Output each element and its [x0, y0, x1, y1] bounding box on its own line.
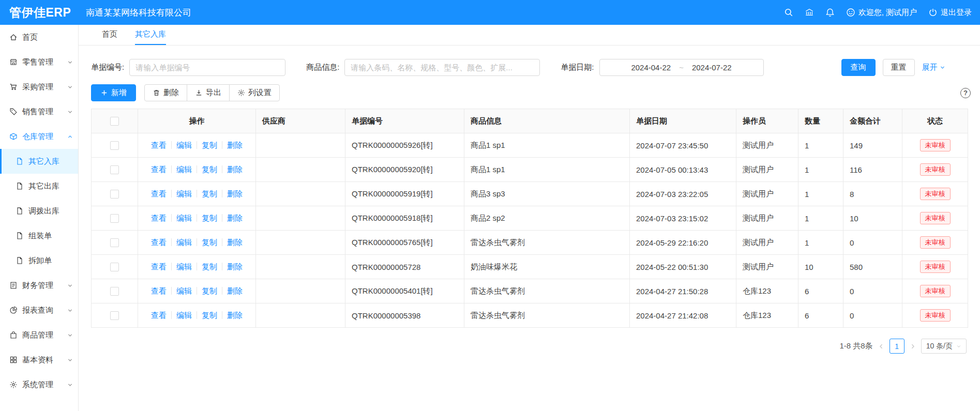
- date-to[interactable]: 2024-07-22: [692, 63, 732, 72]
- row-action-copy[interactable]: 复制: [202, 189, 217, 198]
- reset-button[interactable]: 重置: [883, 59, 915, 76]
- product-info-input[interactable]: [344, 59, 540, 76]
- status-badge: 未审核: [920, 139, 951, 151]
- row-action-edit[interactable]: 编辑: [176, 286, 192, 295]
- app-root: 管伊佳ERP 南通某某网络科技有限公司 欢迎您, 测试用户: [0, 0, 980, 411]
- row-action-delete[interactable]: 删除: [227, 262, 243, 271]
- row-actions-cell: 查看编辑复制删除: [138, 255, 256, 279]
- add-button[interactable]: 新增: [91, 84, 136, 101]
- row-action-view[interactable]: 查看: [151, 141, 167, 149]
- row-action-edit[interactable]: 编辑: [176, 165, 192, 174]
- row-action-view[interactable]: 查看: [151, 286, 167, 295]
- next-page-icon[interactable]: [910, 343, 916, 349]
- tab-other-inbound[interactable]: 其它入库: [135, 25, 166, 45]
- cell-bill-date: 2024-04-27 21:50:28: [630, 279, 736, 303]
- sidebar-subitem-other-inbound[interactable]: 其它入库: [0, 149, 78, 174]
- date-from[interactable]: 2024-04-22: [631, 63, 671, 72]
- row-action-copy[interactable]: 复制: [202, 286, 217, 295]
- cell-amount: 116: [843, 158, 902, 182]
- page-size-select[interactable]: 10 条/页: [921, 339, 967, 354]
- row-checkbox[interactable]: [110, 287, 119, 296]
- row-action-delete[interactable]: 删除: [227, 189, 243, 198]
- sidebar-item-warehouse[interactable]: 仓库管理: [0, 124, 78, 149]
- sidebar-item-finance[interactable]: 财务管理: [0, 273, 78, 298]
- cell-status: 未审核: [902, 182, 968, 206]
- row-checkbox[interactable]: [110, 263, 119, 271]
- row-action-delete[interactable]: 删除: [227, 214, 243, 222]
- row-checkbox[interactable]: [110, 214, 119, 223]
- tab-home[interactable]: 首页: [102, 25, 117, 45]
- cell-bill-no: QTRK00000005401[转]: [345, 279, 464, 303]
- row-action-edit[interactable]: 编辑: [176, 189, 192, 198]
- row-action-view[interactable]: 查看: [151, 214, 167, 222]
- cell-supplier: [256, 303, 345, 328]
- prev-page-icon[interactable]: [878, 343, 884, 349]
- sidebar-subitem-assembly-order[interactable]: 组装单: [0, 223, 78, 248]
- sidebar-subitem-disassembly-order[interactable]: 拆卸单: [0, 248, 78, 273]
- row-select-cell: [92, 279, 138, 303]
- sidebar-subitem-other-outbound[interactable]: 其它出库: [0, 174, 78, 199]
- row-action-copy[interactable]: 复制: [202, 311, 217, 319]
- row-action-edit[interactable]: 编辑: [176, 311, 192, 319]
- bell-icon[interactable]: [825, 8, 835, 17]
- date-range-picker[interactable]: 2024-04-22 ~ 2024-07-22: [599, 59, 764, 76]
- row-action-view[interactable]: 查看: [151, 189, 167, 198]
- expand-toggle[interactable]: 展开: [922, 63, 945, 72]
- row-action-view[interactable]: 查看: [151, 262, 167, 271]
- row-action-delete[interactable]: 删除: [227, 286, 243, 295]
- page-size-value: 10 条/页: [926, 342, 953, 351]
- pagination: 1-8 共8条 1 10 条/页: [79, 328, 980, 354]
- row-action-copy[interactable]: 复制: [202, 238, 217, 247]
- search-button[interactable]: 查询: [841, 59, 876, 76]
- sidebar-item-purchase[interactable]: 采购管理: [0, 74, 78, 99]
- delete-button[interactable]: 删除: [144, 84, 187, 101]
- search-icon[interactable]: [784, 8, 793, 17]
- purchase-icon: [9, 83, 18, 91]
- help-icon[interactable]: ?: [960, 88, 971, 98]
- select-all-checkbox[interactable]: [110, 117, 119, 126]
- sidebar-item-product[interactable]: 商品管理: [0, 323, 78, 347]
- cell-operator: 测试用户: [736, 158, 798, 182]
- row-action-edit[interactable]: 编辑: [176, 141, 192, 149]
- sidebar-item-report[interactable]: 报表查询: [0, 298, 78, 323]
- sidebar-item-retail[interactable]: 零售管理: [0, 50, 78, 74]
- row-action-delete[interactable]: 删除: [227, 311, 243, 319]
- row-action-copy[interactable]: 复制: [202, 165, 217, 174]
- sidebar-item-system[interactable]: 系统管理: [0, 372, 78, 397]
- export-icon: [195, 89, 203, 97]
- row-action-delete[interactable]: 删除: [227, 238, 243, 247]
- row-action-copy[interactable]: 复制: [202, 262, 217, 271]
- cell-supplier: [256, 182, 345, 206]
- row-action-edit[interactable]: 编辑: [176, 238, 192, 247]
- sidebar-item-basic-data[interactable]: 基本资料: [0, 347, 78, 372]
- sidebar-item-home[interactable]: 首页: [0, 25, 78, 50]
- row-checkbox[interactable]: [110, 141, 119, 150]
- row-action-delete[interactable]: 删除: [227, 165, 243, 174]
- row-checkbox[interactable]: [110, 190, 119, 199]
- row-checkbox[interactable]: [110, 311, 119, 320]
- row-action-copy[interactable]: 复制: [202, 214, 217, 222]
- export-button[interactable]: 导出: [187, 84, 230, 101]
- bill-no-input[interactable]: [129, 59, 285, 76]
- bank-icon[interactable]: [805, 8, 814, 17]
- cell-supplier: [256, 231, 345, 255]
- row-action-delete[interactable]: 删除: [227, 141, 243, 149]
- row-checkbox[interactable]: [110, 165, 119, 174]
- row-checkbox[interactable]: [110, 238, 119, 247]
- column-settings-button[interactable]: 列设置: [229, 84, 280, 101]
- cell-bill-date: 2024-05-22 00:51:30: [630, 255, 736, 279]
- action-divider: [197, 214, 197, 222]
- sidebar-item-sales[interactable]: 销售管理: [0, 99, 78, 124]
- row-action-edit[interactable]: 编辑: [176, 214, 192, 222]
- current-page[interactable]: 1: [889, 339, 904, 354]
- row-action-view[interactable]: 查看: [151, 238, 167, 247]
- row-action-copy[interactable]: 复制: [202, 141, 217, 149]
- row-select-cell: [92, 231, 138, 255]
- sidebar-subitem-transfer-outbound[interactable]: 调拨出库: [0, 199, 78, 223]
- action-divider: [222, 165, 222, 173]
- row-action-view[interactable]: 查看: [151, 165, 167, 174]
- logout-button[interactable]: 退出登录: [928, 8, 972, 18]
- user-menu[interactable]: 欢迎您, 测试用户: [846, 8, 917, 18]
- row-action-edit[interactable]: 编辑: [176, 262, 192, 271]
- row-action-view[interactable]: 查看: [151, 311, 167, 319]
